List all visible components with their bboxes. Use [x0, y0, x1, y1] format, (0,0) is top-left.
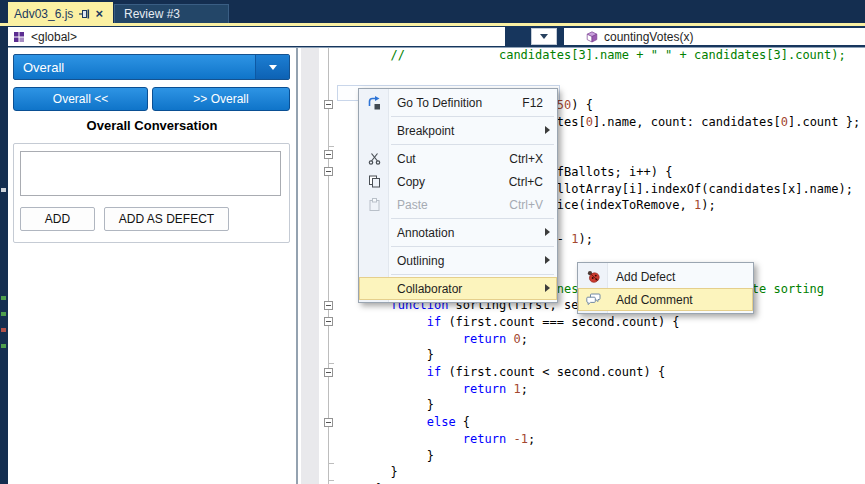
menu-separator [391, 218, 554, 219]
code-line: return -1; [340, 431, 860, 448]
menu-item-label: Outlining [389, 254, 557, 268]
menu-item-label: Cut [389, 152, 509, 166]
menu-item-label: Breakpoint [389, 124, 557, 138]
combo-value: Overall [23, 60, 64, 75]
outline-collapse-toggle[interactable] [324, 368, 333, 377]
menu-item-label: Add Defect [608, 270, 753, 284]
global-scope-icon [13, 31, 25, 43]
code-line: } [340, 347, 860, 364]
scope-label: <global> [31, 30, 77, 44]
scroll-annotation-mark [1, 296, 6, 300]
menu-separator [391, 274, 554, 275]
code-line: if (first.count < second.count) { [340, 364, 860, 381]
overall-right-button[interactable]: >> Overall [152, 87, 290, 111]
goto-definition-icon [359, 91, 389, 114]
paste-icon [359, 193, 389, 216]
section-title: Overall Conversation [8, 118, 296, 133]
menu-item-outlining[interactable]: Outlining [359, 249, 557, 272]
button-label: Overall << [53, 92, 108, 106]
menu-item-label: Go To Definition [389, 96, 522, 110]
review-panel: Overall Overall << >> Overall Overall Co… [8, 48, 296, 484]
menu-item-label: Add Comment [608, 293, 753, 307]
navigation-bar: <global> countingVotes(x) [8, 26, 865, 48]
tab-label: Review #3 [124, 7, 180, 21]
review-scope-combo[interactable]: Overall [13, 54, 290, 80]
menu-item-paste: PasteCtrl+V [359, 193, 557, 216]
menu-icon-placeholder [359, 119, 389, 142]
scope-dropdown[interactable]: <global> [8, 27, 505, 46]
menu-separator [391, 144, 554, 145]
menu-item-breakpoint[interactable]: Breakpoint [359, 119, 557, 142]
comment-bubbles-icon [578, 288, 608, 311]
button-label: ADD [45, 212, 70, 226]
indicator-margin [301, 48, 319, 484]
code-line [340, 64, 860, 81]
comment-textarea[interactable] [20, 151, 281, 196]
close-icon[interactable]: × [95, 9, 103, 19]
submenu-arrow-icon [545, 284, 550, 292]
outline-collapse-toggle[interactable] [324, 167, 333, 176]
menu-icon-placeholder [359, 277, 389, 300]
method-cube-icon [586, 31, 598, 43]
button-label: >> Overall [193, 92, 248, 106]
menu-item-copy[interactable]: CopyCtrl+C [359, 170, 557, 193]
scroll-annotation-mark [1, 328, 6, 332]
tab-review-3[interactable]: Review #3 [114, 4, 229, 23]
outline-collapse-toggle[interactable] [324, 301, 333, 310]
menu-item-add-defect[interactable]: Add Defect [578, 265, 753, 288]
code-line: return 1; [340, 381, 860, 398]
tab-adv03-6-js[interactable]: Adv03_6.js × [8, 2, 113, 26]
menu-separator [391, 246, 554, 247]
tab-label: Adv03_6.js [14, 7, 73, 21]
pin-icon[interactable] [78, 8, 90, 20]
add-button[interactable]: ADD [20, 207, 95, 231]
ide-window: Adv03_6.js × Review #3 <global> [0, 0, 865, 484]
scroll-annotation-mark [1, 344, 6, 348]
submenu-arrow-icon [545, 126, 550, 134]
menu-item-shortcut: Ctrl+X [509, 152, 557, 166]
code-line: } [340, 397, 860, 414]
code-line: } [340, 448, 860, 465]
menu-item-go-to-definition[interactable]: Go To DefinitionF12 [359, 91, 557, 114]
menu-item-annotation[interactable]: Annotation [359, 221, 557, 244]
menu-separator [391, 116, 554, 117]
combo-dropdown-arrow[interactable] [255, 55, 289, 79]
outline-end-marker [328, 363, 334, 364]
chevron-down-icon [540, 34, 548, 39]
code-line: // candidates[3].name + " " + candidates… [340, 48, 860, 64]
outline-collapse-toggle[interactable] [324, 317, 333, 326]
menu-item-label: Annotation [389, 226, 557, 240]
menu-item-collaborator[interactable]: Collaborator [359, 277, 557, 300]
outline-end-marker [328, 463, 334, 464]
code-line: else { [340, 414, 860, 431]
cut-icon [359, 147, 389, 170]
member-label: countingVotes(x) [604, 30, 693, 44]
window-edge-strip [0, 0, 8, 484]
code-line: } [340, 464, 860, 481]
menu-item-add-comment[interactable]: Add Comment [578, 288, 753, 311]
add-as-defect-button[interactable]: ADD AS DEFECT [104, 207, 229, 231]
conversation-group-box: ADD ADD AS DEFECT [13, 143, 290, 243]
outline-collapse-toggle[interactable] [324, 418, 333, 427]
menu-icon-placeholder [359, 221, 389, 244]
submenu-arrow-icon [545, 256, 550, 264]
overall-left-button[interactable]: Overall << [13, 87, 148, 111]
member-dropdown[interactable]: countingVotes(x) [564, 28, 865, 45]
chevron-down-icon [269, 65, 277, 70]
menu-item-label: Collaborator [389, 282, 557, 296]
menu-item-shortcut: Ctrl+V [509, 198, 557, 212]
code-line: return 0; [340, 331, 860, 348]
menu-item-label: Copy [389, 175, 509, 189]
scope-dropdown-arrow[interactable] [531, 28, 557, 45]
outline-collapse-toggle[interactable] [324, 150, 333, 159]
menu-item-cut[interactable]: CutCtrl+X [359, 147, 557, 170]
submenu-arrow-icon [545, 228, 550, 236]
context-menu: Go To DefinitionF12BreakpointCutCtrl+XCo… [358, 88, 558, 303]
outline-collapse-toggle[interactable] [324, 100, 333, 109]
menu-item-shortcut: Ctrl+C [509, 175, 557, 189]
bug-icon [578, 265, 608, 288]
scroll-annotation-mark [1, 188, 6, 192]
collaborator-submenu: Add DefectAdd Comment [577, 262, 754, 314]
outline-end-marker [328, 480, 334, 481]
menu-item-shortcut: F12 [522, 96, 557, 110]
